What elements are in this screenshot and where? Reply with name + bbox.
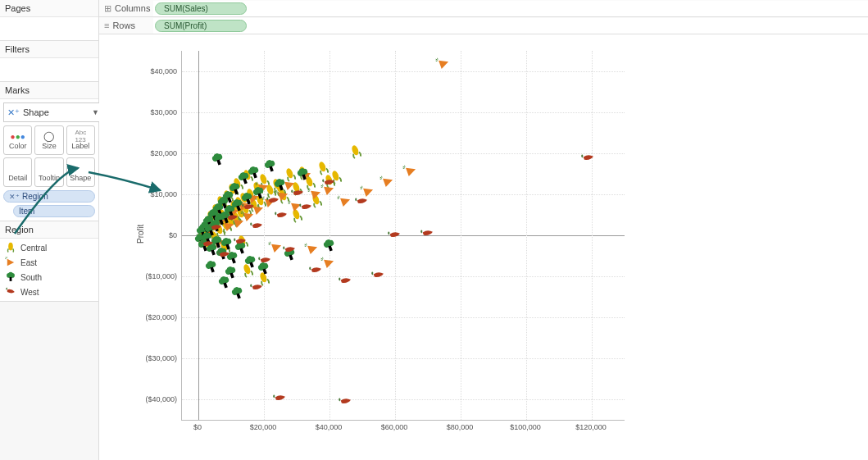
mark-south [234,169,253,188]
mark-central [193,224,212,243]
legend-item-south[interactable]: South [2,270,97,285]
svg-point-88 [211,209,219,216]
svg-point-12 [208,220,217,231]
rows-shelf[interactable]: ≡Rows SUM(Profit) [99,17,868,34]
svg-point-26 [231,211,240,222]
mark-east [215,208,234,227]
x-tick: $40,000 [316,423,343,446]
svg-point-23 [226,215,235,226]
svg-point-195 [231,289,239,296]
svg-point-65 [199,239,207,246]
mark-south [199,212,218,231]
rows-pill[interactable]: SUM(Profit) [155,20,247,32]
svg-rect-122 [225,244,230,249]
svg-point-18 [218,208,227,220]
svg-point-0 [8,243,13,251]
svg-point-105 [216,212,223,220]
mark-west [272,206,291,225]
svg-point-25 [229,200,239,212]
mark-west [270,389,289,408]
mark-central [220,202,239,221]
svg-point-179 [284,250,291,257]
mark-west [239,198,258,216]
pages-shelf[interactable] [0,17,98,40]
svg-point-9 [203,216,212,227]
mark-central [205,228,224,247]
mark-central [231,204,250,223]
svg-point-100 [216,203,224,211]
columns-pill[interactable]: SUM(Sales) [155,2,247,15]
y-tick: ($40,000) [136,395,177,403]
mark-south [193,222,211,241]
svg-point-36 [252,181,261,193]
svg-rect-190 [216,159,221,165]
svg-rect-182 [289,254,293,260]
svg-rect-142 [236,205,241,211]
x-tick: $120,000 [575,423,607,446]
svg-rect-118 [224,217,229,223]
svg-rect-146 [239,248,244,253]
svg-point-84 [210,243,217,250]
mark-btn-detail[interactable]: Detail [3,157,32,187]
mark-central [207,201,225,220]
x-tick: $80,000 [447,423,474,446]
svg-rect-86 [211,249,216,255]
mark-btn-color[interactable]: ●●●Color [3,125,32,155]
svg-point-204 [229,266,236,274]
svg-point-35 [249,198,258,209]
mark-btn-tooltip[interactable]: Tooltip [34,157,63,187]
y-tick: $30,000 [136,108,177,116]
mark-btn-size[interactable]: ◯Size [34,125,63,155]
corn-icon [5,242,16,253]
y-tick: $0 [136,231,177,239]
mark-south [225,180,244,198]
svg-point-201 [207,260,214,267]
svg-point-44 [298,166,307,177]
mark-central [215,238,234,257]
mark-central [228,175,247,194]
svg-point-155 [244,257,252,264]
shape-pill-region[interactable]: ✕⁺ Region [3,190,95,203]
filters-title: Filters [0,41,98,58]
mark-south [202,221,220,239]
mark-south [221,202,240,221]
mark-btn-label[interactable]: Abc123Label [66,125,95,155]
mark-east [402,161,420,180]
mark-central [198,213,217,232]
legend-item-west[interactable]: West [2,285,97,299]
filters-shelf[interactable] [0,58,98,81]
svg-point-59 [196,227,203,235]
mark-east [234,195,253,214]
mark-central [293,163,312,182]
svg-point-209 [325,239,332,246]
svg-point-184 [301,168,308,175]
mark-west [336,392,355,411]
mark-west [289,184,307,203]
mark-west [579,148,598,167]
mark-south [293,165,312,184]
viz-area[interactable]: Profit ($40,000)($30,000)($20,000)($10,0… [99,34,868,460]
detail-pill-item[interactable]: Item [13,205,95,217]
mark-btn-shape[interactable]: Shape [66,157,95,187]
svg-point-85 [207,243,215,250]
marks-panel: Marks ✕⁺ Shape ▼ ●●●Color◯SizeAbc123Labe… [0,82,98,221]
svg-point-153 [243,192,250,199]
mark-type-dropdown[interactable]: ✕⁺ Shape ▼ [3,102,103,122]
mark-central [267,175,286,194]
svg-point-145 [236,241,243,248]
svg-point-143 [234,244,242,251]
svg-rect-114 [222,203,227,208]
columns-shelf[interactable]: ⊞Columns SUM(Sales) [99,0,868,17]
legend-item-central[interactable]: Central [2,240,97,255]
legend-item-east[interactable]: East [2,255,97,270]
svg-point-156 [248,255,256,262]
mark-central [218,187,237,206]
mark-east [229,212,248,231]
svg-point-176 [278,179,285,186]
svg-point-129 [225,204,233,212]
svg-rect-134 [231,257,236,263]
svg-point-135 [229,184,236,192]
svg-point-191 [218,277,225,285]
svg-point-75 [202,217,210,225]
chevron-down-icon: ▼ [92,108,99,116]
